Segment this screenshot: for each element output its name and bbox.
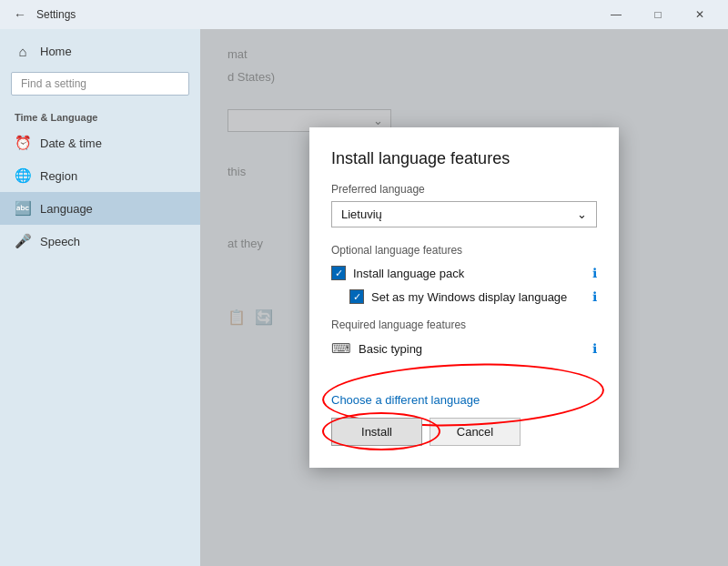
required-features-section: Required language features ⌨ Basic typin… <box>331 318 597 357</box>
speech-icon: 🎤 <box>15 233 31 249</box>
display-lang-row: ✓ Set as my Windows display language ℹ <box>349 289 597 304</box>
right-content: mat d States) ⌄ this at they 📋 🔄 <box>200 29 728 566</box>
window-title: Settings <box>36 8 76 21</box>
language-icon: 🔤 <box>15 200 31 217</box>
display-lang-info-icon[interactable]: ℹ <box>592 289 597 304</box>
modal-footer: Choose a different language Install Canc… <box>331 393 597 446</box>
home-icon: ⌂ <box>15 44 31 59</box>
preferred-language-label: Preferred language <box>331 183 597 196</box>
close-button[interactable]: ✕ <box>679 0 721 29</box>
install-button[interactable]: Install <box>331 418 422 446</box>
sidebar-item-speech[interactable]: 🎤 Speech <box>0 225 200 258</box>
optional-features-label: Optional language features <box>331 244 597 257</box>
modal-dialog: Install language features Preferred lang… <box>309 127 619 468</box>
sidebar-item-region[interactable]: 🌐 Region <box>0 159 200 192</box>
display-lang-checkbox[interactable]: ✓ <box>349 289 364 304</box>
sidebar-section-title: Time & Language <box>0 101 200 126</box>
basic-typing-label: Basic typing <box>359 342 585 356</box>
modal-title: Install language features <box>331 149 597 168</box>
display-lang-label: Set as my Windows display language <box>371 290 585 304</box>
language-dropdown-value: Lietuvių <box>341 207 382 221</box>
choose-language-link[interactable]: Choose a different language <box>331 393 597 407</box>
sidebar-item-language[interactable]: 🔤 Language <box>0 192 200 225</box>
modal-overlay: Install language features Preferred lang… <box>200 29 728 566</box>
settings-window: ← Settings — □ ✕ ⌂ Home Find a setting <box>0 0 728 566</box>
region-icon: 🌐 <box>15 167 31 184</box>
install-pack-label: Install language pack <box>353 267 585 280</box>
optional-features-section: ✓ Install language pack ℹ ✓ Set as my Wi… <box>331 266 597 304</box>
chevron-down-icon: ⌄ <box>577 207 587 221</box>
main-content: ⌂ Home Find a setting Time & Language ⏰ … <box>0 29 728 566</box>
title-bar: ← Settings — □ ✕ <box>0 0 728 29</box>
clock-icon: ⏰ <box>15 135 31 151</box>
basic-typing-info-icon[interactable]: ℹ <box>592 341 597 356</box>
cancel-button[interactable]: Cancel <box>430 418 521 446</box>
window-controls: — □ ✕ <box>595 0 721 29</box>
maximize-button[interactable]: □ <box>637 0 679 29</box>
basic-typing-row: ⌨ Basic typing ℹ <box>331 340 597 357</box>
sidebar-item-date-time[interactable]: ⏰ Date & time <box>0 126 200 159</box>
search-input[interactable]: Find a setting <box>11 72 189 96</box>
back-button[interactable]: ← <box>7 2 33 27</box>
button-row: Install Cancel <box>331 418 597 446</box>
keyboard-icon: ⌨ <box>331 340 351 357</box>
install-btn-wrapper: Install <box>331 418 422 446</box>
install-pack-info-icon[interactable]: ℹ <box>592 266 597 280</box>
required-features-label: Required language features <box>331 318 597 331</box>
minimize-button[interactable]: — <box>595 0 637 29</box>
install-pack-row: ✓ Install language pack ℹ <box>331 266 597 280</box>
language-dropdown[interactable]: Lietuvių ⌄ <box>331 201 597 227</box>
sidebar: ⌂ Home Find a setting Time & Language ⏰ … <box>0 29 200 566</box>
install-pack-checkbox[interactable]: ✓ <box>331 266 346 280</box>
sidebar-item-home[interactable]: ⌂ Home <box>0 36 200 66</box>
